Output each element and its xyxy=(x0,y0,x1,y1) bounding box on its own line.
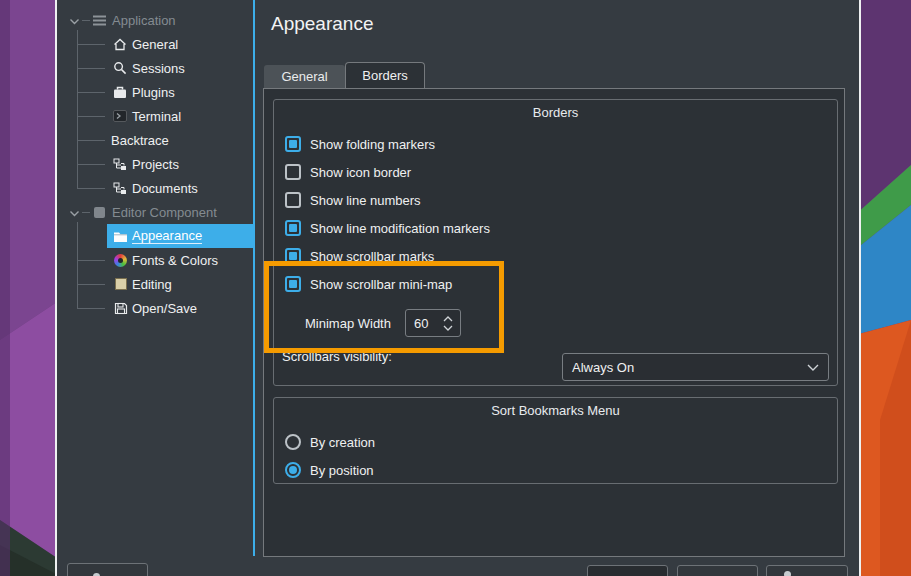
settings-tree: Application General Sessions xyxy=(57,0,255,576)
scrollbars-visibility-dropdown[interactable]: Always On xyxy=(562,353,829,381)
dropdown-value: Always On xyxy=(563,360,807,375)
sidebar-item-label: Open/Save xyxy=(132,301,197,316)
sidebar-item-backtrace[interactable]: Backtrace xyxy=(57,128,255,152)
sidebar-item-documents[interactable]: Documents xyxy=(57,176,255,200)
radio-by-creation[interactable]: By creation xyxy=(285,431,375,453)
radio-icon[interactable] xyxy=(285,462,301,478)
color-wheel-icon xyxy=(113,253,128,268)
checkbox-label: Show folding markers xyxy=(310,137,435,152)
radio-by-position[interactable]: By position xyxy=(285,459,374,481)
sidebar-item-application[interactable]: Application xyxy=(57,8,255,32)
collapse-arrow-icon[interactable] xyxy=(69,207,80,222)
sidebar-item-appearance[interactable]: Appearance xyxy=(57,224,255,248)
editing-icon xyxy=(113,277,128,292)
sidebar-item-label: Editing xyxy=(132,277,172,292)
radio-label: By position xyxy=(310,463,374,478)
folder-icon xyxy=(113,229,128,244)
sidebar-item-label: Documents xyxy=(132,181,198,196)
sidebar-item-label: Sessions xyxy=(132,61,185,76)
collapse-arrow-icon[interactable] xyxy=(69,15,80,30)
save-icon xyxy=(113,301,128,316)
component-icon xyxy=(92,205,107,220)
sidebar-item-sessions[interactable]: Sessions xyxy=(57,56,255,80)
tab-general[interactable]: General xyxy=(264,65,345,88)
home-icon xyxy=(112,37,127,52)
sidebar-item-open-save[interactable]: Open/Save xyxy=(57,296,255,320)
sidebar-item-label: Appearance xyxy=(132,228,202,244)
dialog-button-partial[interactable] xyxy=(677,565,758,576)
tab-bar: General Borders xyxy=(264,62,425,88)
group-title: Sort Bookmarks Menu xyxy=(274,403,837,418)
project-tree-icon xyxy=(112,157,127,172)
tab-label: Borders xyxy=(362,68,408,83)
button-icon-partial xyxy=(784,571,791,576)
page-title: Appearance xyxy=(271,13,373,35)
radio-icon[interactable] xyxy=(285,434,301,450)
checkbox-label: Show icon border xyxy=(310,165,411,180)
project-tree-icon xyxy=(112,181,127,196)
checkbox-icon[interactable] xyxy=(285,220,301,236)
tab-borders[interactable]: Borders xyxy=(345,62,425,88)
dialog-button-partial[interactable] xyxy=(587,565,668,576)
desktop: Application General Sessions xyxy=(0,0,911,576)
radio-label: By creation xyxy=(310,435,375,450)
sidebar-item-label: Application xyxy=(112,13,176,28)
sidebar-item-plugins[interactable]: Plugins xyxy=(57,80,255,104)
dialog-button-partial[interactable] xyxy=(766,565,848,576)
tree-focus-separator xyxy=(253,0,255,556)
sidebar-item-editor-component[interactable]: Editor Component xyxy=(57,200,255,224)
tab-label: General xyxy=(281,69,327,84)
sidebar-item-label: Editor Component xyxy=(112,205,217,220)
sidebar-item-label: Projects xyxy=(132,157,179,172)
briefcase-icon xyxy=(112,85,127,100)
sidebar-item-label: Fonts & Colors xyxy=(132,253,218,268)
checkbox-show-icon-border[interactable]: Show icon border xyxy=(285,161,411,183)
search-icon xyxy=(112,61,127,76)
checkbox-icon[interactable] xyxy=(285,136,301,152)
sidebar-item-label: Terminal xyxy=(132,109,181,124)
terminal-icon xyxy=(112,109,127,124)
sidebar-item-label: Backtrace xyxy=(111,133,169,148)
sidebar-item-label: General xyxy=(132,37,178,52)
checkbox-icon[interactable] xyxy=(285,192,301,208)
checkbox-show-line-numbers[interactable]: Show line numbers xyxy=(285,189,421,211)
help-button-partial[interactable] xyxy=(67,563,148,576)
sidebar-item-general[interactable]: General xyxy=(57,32,255,56)
checkbox-label: Show line numbers xyxy=(310,193,421,208)
annotation-highlight-box xyxy=(264,261,504,353)
checkbox-show-line-modification-markers[interactable]: Show line modification markers xyxy=(285,217,490,239)
settings-dialog: Application General Sessions xyxy=(55,0,861,576)
checkbox-label: Show line modification markers xyxy=(310,221,490,236)
chevron-down-icon xyxy=(807,364,828,371)
checkbox-icon[interactable] xyxy=(285,164,301,180)
sidebar-item-projects[interactable]: Projects xyxy=(57,152,255,176)
hamburger-icon xyxy=(92,13,107,28)
checkbox-show-folding-markers[interactable]: Show folding markers xyxy=(285,133,435,155)
group-title: Borders xyxy=(274,105,837,120)
sidebar-item-label: Plugins xyxy=(132,85,175,100)
sidebar-item-editing[interactable]: Editing xyxy=(57,272,255,296)
sidebar-item-fonts-colors[interactable]: Fonts & Colors xyxy=(57,248,255,272)
sort-bookmarks-groupbox: Sort Bookmarks Menu By creation By posit… xyxy=(273,397,838,484)
sidebar-item-terminal[interactable]: Terminal xyxy=(57,104,255,128)
